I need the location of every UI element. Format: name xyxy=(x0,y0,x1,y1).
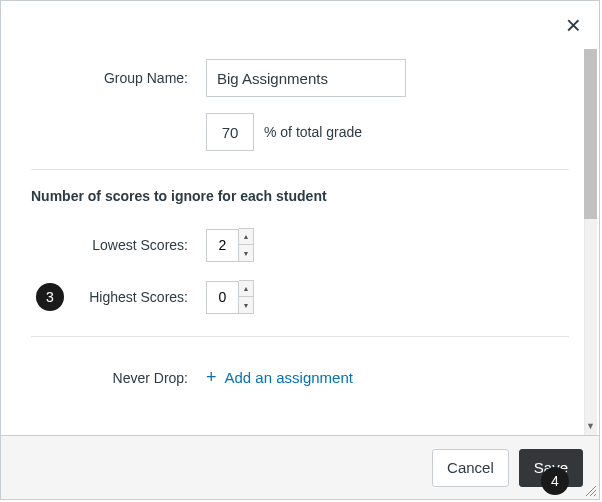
close-icon[interactable]: × xyxy=(566,12,581,38)
highest-scores-stepper: ▲ ▼ xyxy=(206,280,254,314)
add-assignment-link[interactable]: + Add an assignment xyxy=(206,367,353,388)
divider-2 xyxy=(31,336,569,337)
percent-row: % of total grade xyxy=(31,107,569,155)
ignore-section-heading: Number of scores to ignore for each stud… xyxy=(31,188,569,204)
modal-body: ▼ Group Name: % of total grade Number of… xyxy=(1,49,599,435)
highest-scores-row: Highest Scores: ▲ ▼ xyxy=(31,276,569,322)
lowest-scores-row: Lowest Scores: ▲ ▼ xyxy=(31,226,569,276)
annotation-badge-4: 4 xyxy=(541,467,569,495)
lowest-scores-down-icon[interactable]: ▼ xyxy=(239,245,253,261)
vertical-scrollbar-thumb[interactable] xyxy=(584,49,597,219)
never-drop-row: Never Drop: + Add an assignment xyxy=(31,355,569,388)
scrollbar-down-icon[interactable]: ▼ xyxy=(584,419,597,433)
percent-input[interactable] xyxy=(206,113,254,151)
highest-scores-down-icon[interactable]: ▼ xyxy=(239,297,253,313)
modal-dialog: × ▼ Group Name: % of total grade Number … xyxy=(0,0,600,500)
group-name-input[interactable] xyxy=(206,59,406,97)
lowest-scores-input[interactable] xyxy=(206,229,239,262)
modal-footer: Cancel Save xyxy=(1,435,599,499)
resize-grip-icon[interactable] xyxy=(583,483,597,497)
cancel-button[interactable]: Cancel xyxy=(432,449,509,487)
svg-line-2 xyxy=(594,494,596,496)
group-name-row: Group Name: xyxy=(31,49,569,107)
plus-icon: + xyxy=(206,367,217,388)
lowest-scores-label: Lowest Scores: xyxy=(31,237,206,253)
highest-scores-up-icon[interactable]: ▲ xyxy=(239,281,253,297)
lowest-scores-up-icon[interactable]: ▲ xyxy=(239,229,253,245)
add-assignment-label: Add an assignment xyxy=(225,369,353,386)
highest-scores-input[interactable] xyxy=(206,281,239,314)
lowest-scores-stepper: ▲ ▼ xyxy=(206,228,254,262)
divider-1 xyxy=(31,169,569,170)
never-drop-label: Never Drop: xyxy=(31,370,206,386)
group-name-label: Group Name: xyxy=(31,70,206,86)
percent-suffix: % of total grade xyxy=(254,124,362,140)
annotation-badge-3: 3 xyxy=(36,283,64,311)
modal-header: × xyxy=(1,1,599,49)
